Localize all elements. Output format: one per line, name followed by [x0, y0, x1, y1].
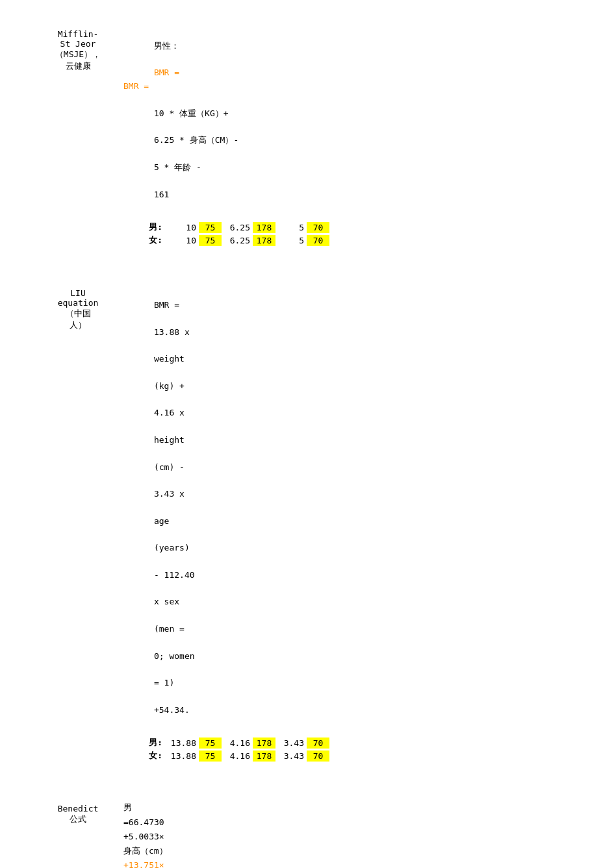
f-coeff2: 6.25 — [224, 236, 250, 245]
benedict-label: Benedict公式 — [39, 800, 123, 825]
lf-coeff2: 4.16 — [224, 751, 250, 761]
mifflin-content: 男性： BMR =BMR = 10 * 体重（KG）+ 6.25 * 身高（CM… — [123, 26, 575, 246]
m-val2: 178 — [253, 222, 275, 233]
m-coeff3: 5 — [278, 223, 304, 232]
lf-val3: 70 — [307, 750, 329, 762]
lf-val2: 178 — [253, 750, 275, 762]
lm-coeff2: 4.16 — [224, 738, 250, 748]
m-coeff2: 6.25 — [224, 223, 250, 232]
lf-coeff3: 3.43 — [278, 751, 304, 761]
lm-coeff3: 3.43 — [278, 738, 304, 748]
mifflin-bmr-label: BMR =BMR = — [123, 68, 179, 91]
female-label: 女: — [123, 234, 162, 246]
lm-val1: 75 — [199, 738, 222, 749]
liu-male-label: 男: — [123, 737, 162, 749]
f-coeff3: 5 — [278, 236, 304, 245]
lm-val2: 178 — [253, 738, 275, 749]
f-val2: 178 — [253, 235, 275, 246]
m-coeff1: 10 — [170, 223, 196, 232]
mifflin-section: Mifflin-St Jeor（MSJE），云健康 男性： BMR =BMR =… — [39, 26, 575, 246]
liu-section: LIUequation（中国人） BMR = 13.88 x weight (k… — [39, 285, 575, 762]
mifflin-female-row: 女: 10 75 6.25 178 5 70 — [123, 234, 575, 246]
liu-rows: 男: 13.88 75 4.16 178 3.43 70 女: 13.88 75… — [123, 737, 575, 762]
mifflin-formula: 男性： BMR =BMR = 10 * 体重（KG）+ 6.25 * 身高（CM… — [123, 26, 575, 215]
mifflin-label: Mifflin-St Jeor（MSJE），云健康 — [39, 26, 123, 72]
benedict-orange-coeff: +13.751× — [123, 860, 164, 868]
lm-coeff1: 13.88 — [170, 738, 196, 748]
liu-content: BMR = 13.88 x weight (kg) + 4.16 x heigh… — [123, 285, 575, 762]
f-val1: 75 — [199, 235, 222, 246]
lm-val3: 70 — [307, 738, 329, 749]
lf-val1: 75 — [199, 750, 222, 762]
liu-female-label: 女: — [123, 750, 162, 762]
liu-female-row: 女: 13.88 75 4.16 178 3.43 70 — [123, 750, 575, 762]
benedict-section: Benedict公式 男 =66.4730 +5.0033× 身高（cm） +1… — [39, 800, 575, 868]
liu-male-row: 男: 13.88 75 4.16 178 3.43 70 — [123, 737, 575, 749]
liu-formula: BMR = 13.88 x weight (kg) + 4.16 x heigh… — [123, 285, 575, 730]
f-coeff1: 10 — [170, 236, 196, 245]
f-val3: 70 — [307, 235, 329, 246]
male-label: 男: — [123, 221, 162, 233]
mifflin-male-row: 男: 10 75 6.25 178 5 70 — [123, 221, 575, 233]
m-val1: 75 — [199, 222, 222, 233]
benedict-formula: 男 =66.4730 +5.0033× 身高（cm） +13.751× 体重（K… — [123, 800, 168, 868]
mifflin-rows: 男: 10 75 6.25 178 5 70 女: 10 75 6.25 178… — [123, 221, 575, 246]
liu-label: LIUequation（中国人） — [39, 285, 123, 331]
lf-coeff1: 13.88 — [170, 751, 196, 761]
m-val3: 70 — [307, 222, 329, 233]
